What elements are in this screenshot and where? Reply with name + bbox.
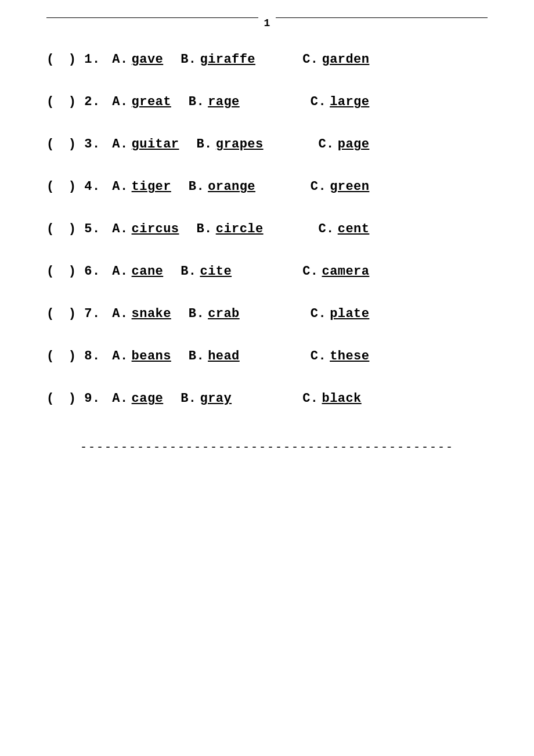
option-word-c: cent bbox=[338, 222, 370, 236]
option-label-b: B. bbox=[189, 307, 204, 321]
option-word-b: head bbox=[208, 349, 240, 363]
option-word-b: orange bbox=[208, 179, 255, 194]
option-label-c: C. bbox=[318, 137, 334, 152]
options: A. beans B. head C. these bbox=[112, 349, 488, 363]
question-number: 9. bbox=[84, 391, 100, 406]
bracket-open: ( bbox=[46, 349, 55, 363]
question-number: 8. bbox=[84, 349, 100, 363]
option-word-a: gave bbox=[132, 52, 164, 67]
question-number: 2. bbox=[84, 95, 100, 109]
bracket-open: ( bbox=[46, 179, 55, 194]
option-word-b: grapes bbox=[216, 137, 264, 152]
question-number: 4. bbox=[84, 179, 100, 194]
answer-blank bbox=[57, 391, 68, 406]
options: A. great B. rage C. large bbox=[112, 95, 488, 109]
option-a: A. snake bbox=[112, 307, 171, 321]
option-label-c: C. bbox=[311, 307, 326, 321]
question-row: ( ) 6. A. cane B. cite C. camera bbox=[46, 264, 488, 279]
option-label-b: B. bbox=[189, 349, 204, 363]
bracket-close: ) bbox=[68, 264, 77, 279]
answer-blank bbox=[57, 222, 68, 236]
answer-blank bbox=[57, 52, 68, 67]
option-label-b: B. bbox=[181, 52, 196, 67]
question-row: ( ) 2. A. great B. rage C. large bbox=[46, 95, 488, 109]
options: A. gave B. giraffe C. garden bbox=[112, 52, 488, 67]
page-header: 1 bbox=[46, 0, 488, 35]
bracket-close: ) bbox=[68, 95, 77, 109]
options: A. tiger B. orange C. green bbox=[112, 179, 488, 194]
option-label-a: A. bbox=[112, 137, 128, 152]
question-row: ( ) 4. A. tiger B. orange C. green bbox=[46, 179, 488, 194]
bracket-close: ) bbox=[68, 52, 77, 67]
option-label-a: A. bbox=[112, 391, 128, 406]
option-word-b: circle bbox=[216, 222, 264, 236]
option-word-b: crab bbox=[208, 307, 240, 321]
answer-blank bbox=[57, 264, 68, 279]
option-a: A. beans bbox=[112, 349, 171, 363]
option-label-c: C. bbox=[311, 95, 326, 109]
option-b: B. crab bbox=[189, 307, 293, 321]
option-word-c: page bbox=[338, 137, 370, 152]
option-b: B. cite bbox=[181, 264, 285, 279]
questions-container: ( ) 1. A. gave B. giraffe C. garden bbox=[46, 52, 488, 406]
option-word-b: cite bbox=[200, 264, 232, 279]
question-row: ( ) 8. A. beans B. head C. these bbox=[46, 349, 488, 363]
question-number: 6. bbox=[84, 264, 100, 279]
bracket-open: ( bbox=[46, 222, 55, 236]
option-b: B. rage bbox=[189, 95, 293, 109]
option-label-b: B. bbox=[189, 95, 204, 109]
option-label-b: B. bbox=[181, 264, 196, 279]
option-c: C. these bbox=[311, 349, 370, 363]
option-b: B. giraffe bbox=[181, 52, 285, 67]
bracket-open: ( bbox=[46, 307, 55, 321]
bracket-open: ( bbox=[46, 52, 55, 67]
question-number: 3. bbox=[84, 137, 100, 152]
bracket-close: ) bbox=[68, 222, 77, 236]
option-c: C. camera bbox=[302, 264, 369, 279]
option-word-c: camera bbox=[322, 264, 369, 279]
option-label-c: C. bbox=[302, 391, 318, 406]
option-b: B. circle bbox=[196, 222, 301, 236]
option-label-c: C. bbox=[302, 52, 318, 67]
option-c: C. large bbox=[311, 95, 370, 109]
question-row: ( ) 5. A. circus B. circle C. cent bbox=[46, 222, 488, 236]
option-word-c: garden bbox=[322, 52, 369, 67]
option-label-a: A. bbox=[112, 264, 128, 279]
option-label-b: B. bbox=[189, 179, 204, 194]
option-word-c: plate bbox=[330, 307, 369, 321]
option-label-b: B. bbox=[196, 137, 212, 152]
option-a: A. tiger bbox=[112, 179, 171, 194]
option-b: B. gray bbox=[181, 391, 285, 406]
option-word-b: gray bbox=[200, 391, 232, 406]
option-b: B. grapes bbox=[196, 137, 301, 152]
option-label-c: C. bbox=[302, 264, 318, 279]
option-word-b: rage bbox=[208, 95, 240, 109]
question-row: ( ) 7. A. snake B. crab C. plate bbox=[46, 307, 488, 321]
option-c: C. page bbox=[318, 137, 369, 152]
footer-dashes: ----------------------------------------… bbox=[46, 441, 488, 454]
option-label-a: A. bbox=[112, 222, 128, 236]
option-label-a: A. bbox=[112, 52, 128, 67]
question-row: ( ) 1. A. gave B. giraffe C. garden bbox=[46, 52, 488, 67]
bracket-open: ( bbox=[46, 95, 55, 109]
answer-blank bbox=[57, 137, 68, 152]
option-word-a: guitar bbox=[132, 137, 179, 152]
bracket-close: ) bbox=[68, 391, 77, 406]
option-label-a: A. bbox=[112, 349, 128, 363]
option-label-c: C. bbox=[311, 349, 326, 363]
option-word-c: green bbox=[330, 179, 369, 194]
page: 1 ( ) 1. A. gave B. giraffe C. garden bbox=[0, 0, 534, 756]
bracket-close: ) bbox=[68, 137, 77, 152]
option-word-a: circus bbox=[132, 222, 179, 236]
option-c: C. plate bbox=[311, 307, 370, 321]
option-word-a: cane bbox=[132, 264, 164, 279]
option-word-b: giraffe bbox=[200, 52, 255, 67]
bracket-close: ) bbox=[68, 179, 77, 194]
option-c: C. black bbox=[302, 391, 362, 406]
option-c: C. green bbox=[311, 179, 370, 194]
option-word-c: large bbox=[330, 95, 369, 109]
option-label-b: B. bbox=[196, 222, 212, 236]
bracket-close: ) bbox=[68, 307, 77, 321]
options: A. cane B. cite C. camera bbox=[112, 264, 488, 279]
option-b: B. orange bbox=[189, 179, 293, 194]
